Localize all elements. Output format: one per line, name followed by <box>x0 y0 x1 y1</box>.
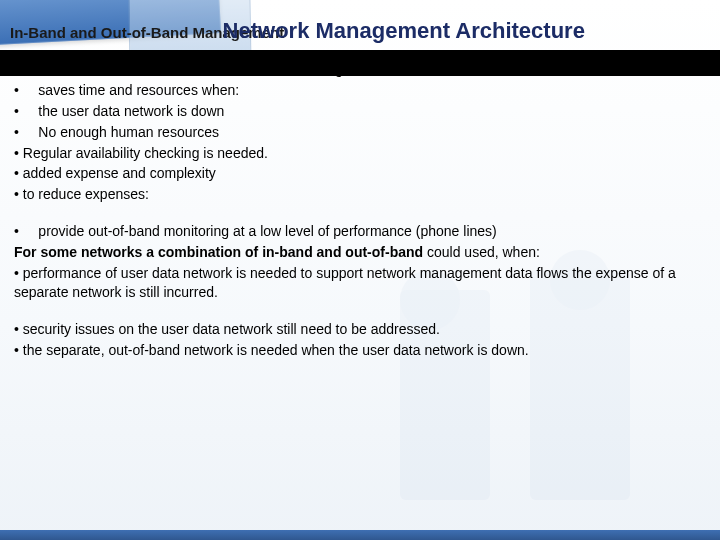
body-line: • to reduce expenses: <box>14 185 706 204</box>
body-line: • the user data network is down <box>14 102 706 121</box>
body-text: No enough human resources <box>38 124 219 140</box>
body-strong: For some networks a combination of in-ba… <box>14 244 423 260</box>
body-text: could used, when: <box>423 244 540 260</box>
body-section: • security issues on the user data netwo… <box>14 320 706 360</box>
body-line: • security issues on the user data netwo… <box>14 320 706 339</box>
body-line: • Out-of-band can be used to troubleshoo… <box>14 60 706 79</box>
body-text: the user data network is down <box>38 103 224 119</box>
body-text: added expense and complexity <box>23 165 216 181</box>
body-text: performance of user data network is need… <box>14 265 676 300</box>
body-line: • saves time and resources when: <box>14 81 706 100</box>
body-text: security issues on the user data network… <box>23 321 440 337</box>
body-line: • Regular availability checking is neede… <box>14 144 706 163</box>
body-section: • provide out-of-band monitoring at a lo… <box>14 222 706 302</box>
body-line: • the separate, out-of-band network is n… <box>14 341 706 360</box>
body-text: the separate, out-of-band network is nee… <box>23 342 529 358</box>
body-line: • No enough human resources <box>14 123 706 142</box>
body-text: to reduce expenses: <box>23 186 149 202</box>
body-line: • added expense and complexity <box>14 164 706 183</box>
body-line: • performance of user data network is ne… <box>14 264 706 302</box>
slide-body: • Out-of-band can be used to troubleshoo… <box>14 60 706 362</box>
oob-term: Out-of-band <box>23 61 98 77</box>
slide-title: In-Band and Out-of-Band Management Netwo… <box>10 18 710 48</box>
body-line: • provide out-of-band monitoring at a lo… <box>14 222 706 241</box>
body-line: For some networks a combination of in-ba… <box>14 243 706 262</box>
footer-bar <box>0 530 720 540</box>
slide: In-Band and Out-of-Band Management Netwo… <box>0 0 720 540</box>
body-text: can be used to troubleshoot and configur… <box>98 61 462 77</box>
body-text: saves time and resources when: <box>38 82 239 98</box>
body-text: Regular availability checking is needed. <box>23 145 268 161</box>
body-text: provide out-of-band monitoring at a low … <box>38 223 496 239</box>
title-main: Network Management Architecture <box>223 18 585 43</box>
